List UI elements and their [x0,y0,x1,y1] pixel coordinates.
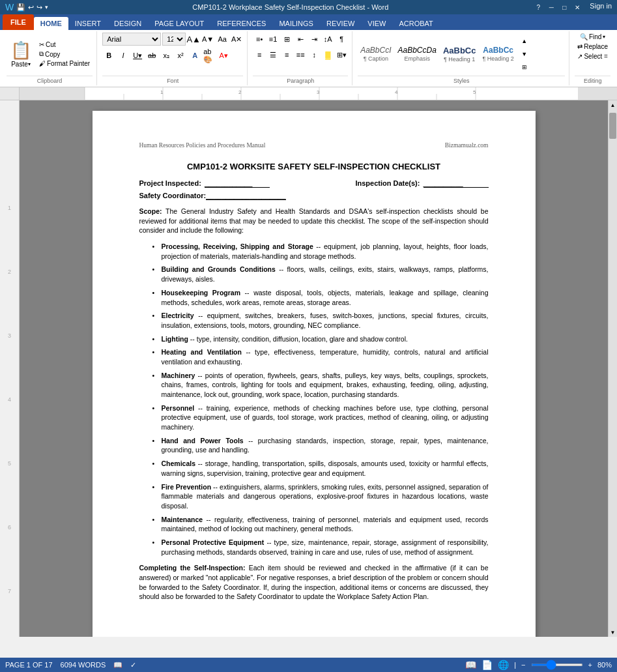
document-page[interactable]: Human Resources Policies and Procedures … [93,111,536,637]
tab-acrobat[interactable]: ACROBAT [392,17,439,30]
align-left-btn[interactable]: ≡ [253,48,266,61]
increase-indent-btn[interactable]: ⇥ [308,33,321,46]
borders-btn[interactable]: ⊞▾ [335,48,348,61]
tab-design[interactable]: DESIGN [108,17,148,30]
save-icon[interactable]: 💾 [16,3,25,12]
bullet-content: Processing, Receiving, Shipping and Stor… [162,242,489,261]
scroll-track[interactable] [609,110,617,628]
emphasis-preview: AaBbCcDa [398,46,437,55]
multilevel-list-btn[interactable]: ⊞ [280,33,293,46]
ruler-main: 1 2 3 4 5 [20,87,617,100]
text-effects-btn[interactable]: A [188,49,201,62]
read-mode-icon[interactable]: 📖 [465,660,476,670]
numbering-btn[interactable]: ≡1 [266,33,280,46]
document-title: CMP101-2 WORKSITE SAFETY SELF-INSPECTION… [139,162,489,171]
completing-paragraph: Completing the Self-Inspection: Each ite… [139,563,489,602]
font-group: Arial 12 A▲ A▼ Aa A✕ B I U▾ ab x₂ x² A a… [98,31,248,85]
zoom-in-btn[interactable]: + [588,661,592,669]
tab-references[interactable]: REFERENCES [210,17,272,30]
text-highlight-btn[interactable]: ab🎨 [203,49,216,62]
align-right-btn[interactable]: ≡ [280,48,293,61]
styles-label: Styles [358,76,565,84]
scroll-thumb[interactable] [609,113,616,139]
styles-scroll-down[interactable]: ▼ [518,48,531,61]
styles-scroll: ▲ ▼ ⊞ [518,33,531,75]
status-bar: PAGE 1 OF 17 6094 WORDS 📖 ✓ 📖 📄 🌐 | − + … [0,658,617,672]
justify-btn[interactable]: ≡≡ [294,48,307,61]
sort-btn[interactable]: ↕A [321,33,334,46]
superscript-btn[interactable]: x² [174,49,187,62]
font-label: Font [102,76,243,84]
tab-mailings[interactable]: MAILINGS [272,17,320,30]
zoom-out-btn[interactable]: − [521,661,525,669]
clipboard-small-buttons: ✂ Cut ⧉ Copy 🖌 Format Painter [36,40,93,68]
svg-text:1: 1 [160,89,164,95]
project-label: Project Inspected: ____________ [139,179,270,188]
style-caption[interactable]: AaBbCcI ¶ Caption [358,44,394,64]
zoom-level[interactable]: 80% [597,661,612,669]
italic-btn[interactable]: I [117,49,130,62]
tab-review[interactable]: REVIEW [320,17,361,30]
redo-icon[interactable]: ↪ [36,3,42,12]
clear-formatting-btn[interactable]: A✕ [230,33,243,46]
styles-more[interactable]: ⊞ [518,61,531,74]
strikethrough-btn[interactable]: ab [145,49,158,62]
sign-in[interactable]: Sign in [590,2,612,12]
change-case-btn[interactable]: Aa [216,33,229,46]
editing-label: Editing [575,76,610,84]
find-dropdown: ▾ [603,34,605,40]
decrease-indent-btn[interactable]: ⇤ [294,33,307,46]
format-painter-button[interactable]: 🖌 Format Painter [36,59,93,68]
tab-file[interactable]: FILE [3,14,34,30]
font-color-btn[interactable]: A▾ [217,49,230,62]
undo-icon[interactable]: ↩ [28,3,34,12]
style-heading2[interactable]: AaBbCc ¶ Heading 2 [480,44,516,64]
underline-btn[interactable]: U▾ [131,49,144,62]
ruler-vertical: 1 2 3 4 5 6 7 8 [0,205,19,637]
paste-button[interactable]: 📋 Paste ▾ [7,39,35,69]
minimize-btn[interactable]: ─ [545,2,557,12]
help-icon[interactable]: ? [532,2,544,12]
bullet-content: Machinery -- points of operation, flywhe… [162,371,489,400]
tab-page-layout[interactable]: PAGE LAYOUT [148,17,210,30]
print-layout-icon[interactable]: 📄 [481,660,493,670]
font-name-select[interactable]: Arial [102,33,161,46]
increase-font-size-btn[interactable]: A▲ [187,33,200,46]
maximize-btn[interactable]: □ [558,2,570,12]
web-layout-icon[interactable]: 🌐 [498,660,509,670]
bullets-btn[interactable]: ≡• [253,33,266,46]
subscript-btn[interactable]: x₂ [160,49,173,62]
find-button[interactable]: 🔍 Find ▾ [577,33,608,41]
show-formatting-btn[interactable]: ¶ [335,33,348,46]
svg-text:4: 4 [395,89,398,95]
bullet-marker: • [152,311,158,330]
scroll-up-btn[interactable]: ▲ [609,100,617,110]
tab-insert[interactable]: INSERT [68,17,108,30]
list-item: •Maintenance -- regularity, effectivenes… [152,515,489,534]
zoom-slider[interactable] [531,664,583,666]
tab-view[interactable]: VIEW [361,17,392,30]
bold-btn[interactable]: B [102,49,115,62]
tab-home[interactable]: HOME [34,17,68,30]
bullet-marker: • [152,403,158,432]
decrease-font-size-btn[interactable]: A▼ [201,33,214,46]
style-heading1[interactable]: AaBbCc ¶ Heading 1 [440,44,479,64]
font-size-select[interactable]: 12 [162,33,186,46]
align-center-btn[interactable]: ☰ [266,48,280,61]
replace-icon: ⇄ [577,43,582,50]
close-btn[interactable]: ✕ [571,2,583,12]
select-button[interactable]: ↗ Select = [575,52,610,61]
bullet-marker: • [152,482,158,511]
style-emphasis[interactable]: AaBbCcDa Emphasis [395,44,439,64]
language-indicator: 📖 [113,661,122,669]
line-spacing-btn[interactable]: ↕ [308,48,321,61]
bullet-marker: • [152,242,158,261]
find-icon: 🔍 [580,33,588,40]
replace-button[interactable]: ⇄ Replace [575,42,610,51]
word-icon: W [5,2,14,12]
cut-button[interactable]: ✂ Cut [36,40,93,49]
shading-btn[interactable]: ▓ [321,48,334,61]
scroll-down-btn[interactable]: ▼ [609,628,617,637]
styles-scroll-up[interactable]: ▲ [518,35,531,48]
copy-button[interactable]: ⧉ Copy [36,50,93,59]
